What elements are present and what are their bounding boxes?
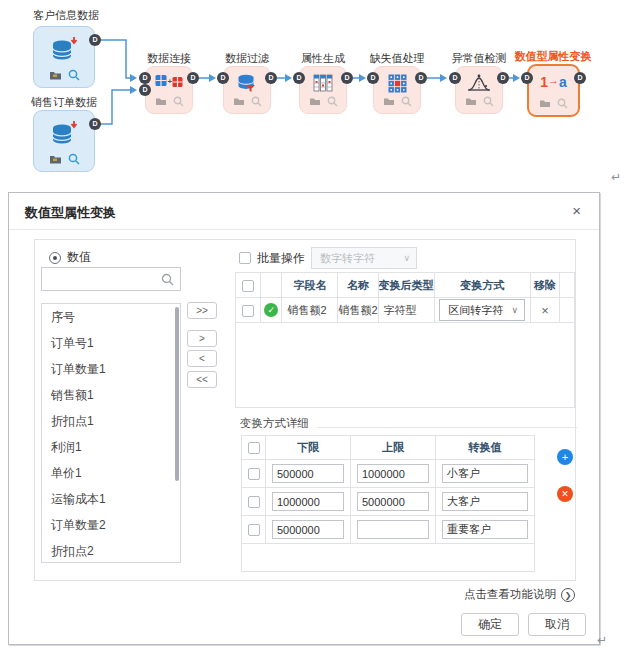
list-item[interactable]: 折扣点1 [42, 408, 180, 434]
output-port[interactable]: D [89, 34, 101, 46]
row-method-select[interactable]: 区间转字符 ∨ [439, 299, 525, 321]
valid-check-icon: ✓ [264, 303, 278, 317]
list-item[interactable]: 运输成本1 [42, 486, 180, 512]
batch-method-select[interactable]: 数字转字符 ∨ [311, 247, 417, 269]
list-item[interactable]: 销售额1 [42, 382, 180, 408]
detail-row [242, 488, 535, 516]
remove-row-icon[interactable]: × [541, 303, 549, 318]
output-port[interactable]: D [415, 72, 427, 84]
input-port[interactable]: D [521, 72, 533, 84]
add-range-button[interactable]: + [557, 449, 573, 465]
list-item[interactable]: 序号 [42, 304, 180, 330]
input-port[interactable]: D [139, 84, 151, 96]
gutter-header [560, 273, 575, 298]
output-port[interactable]: D [187, 72, 199, 84]
folder-icon[interactable] [309, 97, 321, 106]
radio-label: 数值 [67, 249, 91, 266]
value-input[interactable] [442, 492, 528, 511]
node-missing-value[interactable] [373, 66, 421, 114]
lower-input[interactable] [272, 464, 344, 483]
list-item[interactable]: 订单号1 [42, 330, 180, 356]
detail-title: 变换方式详细 [240, 416, 309, 431]
select-all-checkbox[interactable] [242, 280, 254, 292]
lower-header: 下限 [266, 436, 351, 460]
detail-row-checkbox[interactable] [248, 496, 260, 508]
lower-input[interactable] [272, 520, 344, 539]
field-search-input[interactable] [46, 269, 158, 289]
chevron-down-icon: ∨ [403, 248, 410, 268]
batch-label: 批量操作 [257, 250, 305, 267]
node-sales-data[interactable] [33, 110, 95, 172]
detail-row-checkbox[interactable] [248, 524, 260, 536]
list-item[interactable]: 订单数量1 [42, 356, 180, 382]
search-preview-icon[interactable] [401, 96, 412, 107]
folder-icon[interactable] [49, 154, 62, 164]
output-port[interactable]: D [89, 118, 101, 130]
list-item[interactable]: 单价1 [42, 460, 180, 486]
table-join-icon: + [146, 74, 192, 89]
filter-icon [224, 74, 270, 93]
search-preview-icon[interactable] [327, 96, 338, 107]
node-numeric-transform[interactable]: 1→a [527, 64, 580, 117]
value-input[interactable] [442, 520, 528, 539]
radio-selected-icon[interactable] [49, 252, 61, 264]
output-port[interactable]: D [265, 72, 277, 84]
dialog-title: 数值型属性变换 [25, 204, 116, 222]
row-checkbox[interactable] [242, 305, 254, 317]
title-divider [9, 229, 599, 230]
search-preview-icon[interactable] [251, 96, 262, 107]
search-preview-icon[interactable] [483, 96, 494, 107]
input-port[interactable]: D [449, 72, 461, 84]
batch-checkbox[interactable] [239, 252, 251, 264]
input-port[interactable]: D [139, 72, 151, 84]
help-link[interactable]: 点击查看功能说明 ❯ [464, 587, 575, 602]
upper-input[interactable] [357, 492, 429, 511]
node-outlier-detect[interactable] [455, 66, 503, 114]
folder-icon[interactable] [383, 97, 395, 106]
search-preview-icon[interactable] [68, 153, 80, 165]
folder-icon[interactable] [539, 99, 551, 108]
cancel-button[interactable]: 取消 [528, 613, 586, 636]
bell-curve-icon [456, 74, 502, 93]
upper-input[interactable] [357, 464, 429, 483]
close-icon[interactable]: × [572, 202, 581, 219]
input-port[interactable]: D [367, 72, 379, 84]
search-preview-icon[interactable] [557, 98, 568, 109]
move-right-button[interactable]: > [187, 330, 217, 347]
folder-icon[interactable] [465, 97, 477, 106]
move-all-left-button[interactable]: << [187, 371, 217, 388]
output-port[interactable]: D [497, 72, 509, 84]
detail-select-all-checkbox[interactable] [248, 442, 260, 454]
node-label-join: 数据连接 [147, 51, 191, 66]
ok-button[interactable]: 确定 [461, 613, 519, 636]
input-port[interactable]: D [217, 72, 229, 84]
folder-icon[interactable] [49, 70, 62, 80]
search-preview-icon[interactable] [68, 69, 80, 81]
move-all-right-button[interactable]: >> [187, 302, 217, 319]
table-row: ✓ 销售额2 销售额2 字符型 区间转字符 ∨ × [236, 298, 575, 323]
detail-row-checkbox[interactable] [248, 468, 260, 480]
row-name: 销售额2 [338, 298, 378, 323]
grid-missing-icon [374, 74, 420, 93]
lower-input[interactable] [272, 492, 344, 511]
list-item[interactable]: 折扣点2 [42, 538, 180, 563]
list-item[interactable]: 利润1 [42, 434, 180, 460]
scrollbar-thumb[interactable] [175, 307, 179, 481]
node-data-join[interactable]: + [145, 66, 193, 114]
upper-header: 上限 [351, 436, 436, 460]
folder-icon[interactable] [155, 97, 167, 106]
input-port[interactable]: D [293, 72, 305, 84]
search-preview-icon[interactable] [173, 96, 184, 107]
node-customer-data[interactable] [33, 26, 95, 88]
move-left-button[interactable]: < [187, 350, 217, 367]
node-data-filter[interactable] [223, 66, 271, 114]
list-item[interactable]: 订单数量2 [42, 512, 180, 538]
output-port[interactable]: D [341, 72, 353, 84]
numeric-radio-row[interactable]: 数值 [49, 249, 91, 266]
upper-input[interactable] [357, 520, 429, 539]
output-port[interactable]: D [574, 72, 586, 84]
folder-icon[interactable] [233, 97, 245, 106]
value-input[interactable] [442, 464, 528, 483]
node-attribute-generate[interactable] [299, 66, 347, 114]
delete-range-button[interactable]: ✕ [557, 486, 573, 502]
